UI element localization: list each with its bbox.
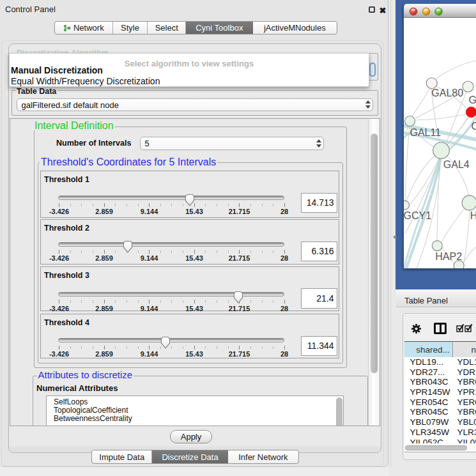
svg-text:HAP2: HAP2 bbox=[435, 251, 462, 262]
svg-text:GA: GA bbox=[469, 95, 476, 105]
svg-text:GAL11: GAL11 bbox=[410, 127, 441, 138]
svg-text:GAL4: GAL4 bbox=[443, 159, 470, 170]
svg-text:HI: HI bbox=[470, 210, 476, 221]
svg-text:CY: CY bbox=[472, 121, 476, 132]
svg-text:GCY1: GCY1 bbox=[404, 210, 431, 221]
svg-text:GAL80: GAL80 bbox=[431, 88, 463, 98]
